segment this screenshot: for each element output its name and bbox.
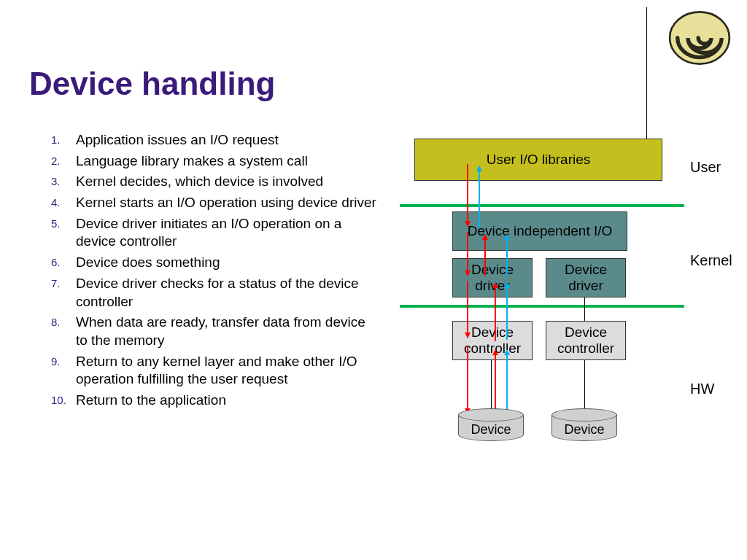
list-item: 7.Device driver checks for a status of t…	[51, 275, 379, 311]
list-item: 6.Device does something	[51, 254, 379, 272]
list-item: 8.When data are ready, transfer data fro…	[51, 314, 379, 349]
boundary-kernel-hw	[400, 305, 684, 308]
box-user-io-libraries: User I/O libraries	[414, 139, 662, 181]
arrow-up-icon	[506, 235, 508, 277]
arrow-up-icon	[506, 283, 508, 340]
list-item: 3.Kernel decides, which device is involv…	[51, 173, 379, 191]
slide-title: Device handling	[29, 66, 275, 102]
box-device-driver-2: Device driver	[546, 258, 626, 298]
arrow-up-icon	[495, 350, 496, 414]
list-item: 5.Device driver initiates an I/O operati…	[51, 215, 379, 251]
arrow-up-icon	[484, 235, 486, 276]
list-item: 10.Return to the application	[51, 392, 379, 410]
arrow-up-icon	[506, 350, 508, 413]
box-device-driver-1: Device driver	[452, 258, 533, 298]
device-cylinder-2: Device	[551, 408, 617, 441]
connector-line	[584, 360, 585, 408]
box-device-controller-2: Device controller	[546, 321, 626, 360]
list-item: 1.Application issues an I/O request	[51, 131, 379, 149]
snail-swirl-icon	[667, 9, 732, 67]
list-item: 2.Language library makes a system call	[51, 152, 379, 171]
layer-label-kernel: Kernel	[690, 252, 732, 269]
connector-line	[584, 298, 585, 321]
arrow-up-icon	[479, 166, 480, 228]
arrow-down-icon	[467, 281, 468, 338]
layer-label-hw: HW	[690, 381, 714, 397]
boundary-user-kernel	[400, 204, 684, 207]
list-item: 9.Return to any kernel layer and make ot…	[51, 353, 379, 389]
list-item: 4.Kernel starts an I/O operation using d…	[51, 194, 379, 212]
arrow-down-icon	[467, 164, 468, 226]
arrow-up-icon	[495, 283, 496, 341]
arrow-down-icon	[467, 346, 468, 413]
device-cylinder-1: Device	[458, 408, 524, 441]
steps-list: 1.Application issues an I/O request 2.La…	[51, 131, 379, 413]
connector-line	[491, 360, 492, 408]
arrow-down-icon	[467, 232, 468, 276]
separator-line	[646, 7, 647, 146]
io-stack-diagram: User I/O libraries Device independent I/…	[400, 139, 713, 489]
layer-label-user: User	[690, 159, 721, 176]
